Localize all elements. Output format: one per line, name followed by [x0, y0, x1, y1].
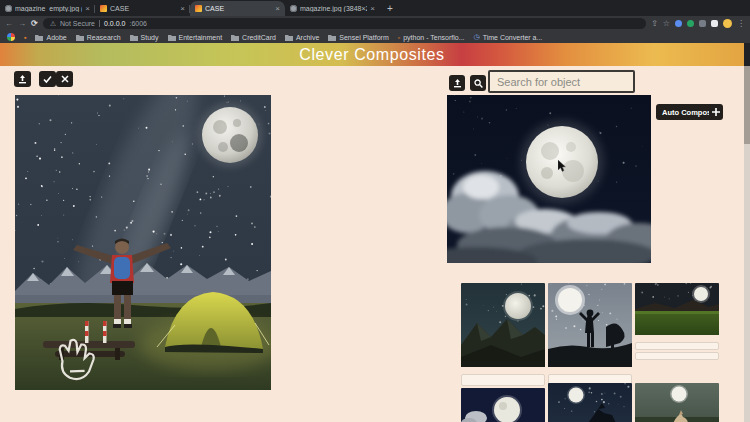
result-caption: [635, 342, 719, 350]
bookmark-time-converter[interactable]: ◷Time Converter a...: [474, 33, 543, 41]
back-button[interactable]: ←: [5, 20, 13, 28]
tab-case-active[interactable]: CASE ×: [190, 1, 285, 16]
upload-canvas-button[interactable]: [14, 71, 31, 87]
warning-icon: ⚠: [50, 20, 56, 28]
page-favicon-icon: ▫: [398, 34, 400, 41]
security-label: Not Secure: [60, 20, 95, 27]
selected-object-preview-image[interactable]: [447, 95, 651, 263]
bookmark-folder-entertainment[interactable]: Entertainment: [168, 34, 223, 41]
mouse-cursor: [558, 160, 567, 172]
app-banner: Clever Composites: [0, 43, 744, 66]
folder-icon: [130, 34, 138, 41]
result-caption: [461, 374, 545, 386]
apps-icon[interactable]: [7, 33, 15, 41]
new-tab-button[interactable]: +: [380, 1, 400, 16]
result-card[interactable]: [635, 383, 719, 422]
address-bar[interactable]: ⚠ Not Secure 0.0.0.0 :6006: [43, 18, 646, 29]
tab-close-icon[interactable]: ×: [275, 5, 280, 13]
upload-icon: [453, 79, 462, 88]
bookmark-folder-reasearch[interactable]: Reasearch: [76, 34, 121, 41]
bookmark-folder-creditcard[interactable]: CreditCard: [231, 34, 276, 41]
globe-favicon-icon: [290, 5, 297, 12]
address-host: 0.0.0.0: [104, 20, 125, 27]
result-thumbnail-moon-mountains[interactable]: [461, 283, 545, 371]
app-content: Auto Compose: [0, 66, 750, 422]
extension-icon-blue[interactable]: [675, 20, 682, 27]
address-divider: [99, 20, 100, 27]
tab-close-icon[interactable]: ×: [180, 5, 185, 13]
case-favicon-icon: [100, 5, 107, 12]
result-card[interactable]: [461, 388, 545, 422]
check-icon: [43, 75, 52, 84]
pinned-favicon-icon[interactable]: ▪: [24, 34, 26, 41]
extension-icon-white[interactable]: [711, 20, 718, 27]
folder-icon: [35, 34, 43, 41]
tab-magazine-empty[interactable]: magazine_empty.jpg (3848×2 ×: [0, 1, 95, 16]
bookmarks-bar: ▪ Adobe Reasearch Study Entertainment Cr…: [0, 31, 750, 43]
page-favicon-icon: ◷: [474, 33, 480, 41]
browser-menu-icon[interactable]: ⋮: [737, 20, 745, 28]
result-thumbnail-moon-field[interactable]: [635, 283, 719, 339]
profile-avatar[interactable]: [723, 19, 732, 28]
tab-close-icon[interactable]: ×: [85, 5, 90, 13]
extension-icon-green[interactable]: [687, 20, 694, 27]
folder-icon: [231, 34, 239, 41]
folder-icon: [76, 34, 84, 41]
result-thumbnail-dog-moon[interactable]: [635, 383, 719, 422]
bookmark-folder-sensei[interactable]: Sensei Platform: [328, 34, 388, 41]
bookmark-python-tensorflow[interactable]: ▫python - Tensorflo...: [398, 34, 465, 41]
composite-canvas-image[interactable]: [15, 95, 271, 390]
add-object-button[interactable]: [709, 104, 723, 120]
extension-puzzle-icon[interactable]: [699, 20, 706, 27]
reload-button[interactable]: ⟳: [31, 20, 38, 28]
share-icon[interactable]: ⇪: [651, 20, 658, 28]
result-caption: [635, 352, 719, 360]
tab-close-icon[interactable]: ×: [370, 5, 375, 13]
scrollbar-thumb[interactable]: [744, 66, 750, 144]
result-thumbnail-moon-cloud[interactable]: [461, 388, 545, 422]
magnifier-icon: [474, 79, 483, 88]
case-favicon-icon: [195, 5, 202, 12]
tab-case-1[interactable]: CASE ×: [95, 1, 190, 16]
result-card[interactable]: [461, 283, 545, 386]
page-title: Clever Composites: [299, 46, 444, 64]
bookmark-folder-study[interactable]: Study: [130, 34, 159, 41]
tab-title: magazine.jpg (3848×2883): [300, 5, 367, 12]
tab-magazine[interactable]: magazine.jpg (3848×2883) ×: [285, 1, 380, 16]
tab-strip: magazine_empty.jpg (3848×2 × CASE × CASE…: [0, 0, 750, 16]
x-icon: [61, 75, 69, 83]
browser-toolbar: ← → ⟳ ⚠ Not Secure 0.0.0.0 :6006 ⇪ ☆ ⋮: [0, 16, 750, 31]
tab-title: magazine_empty.jpg (3848×2: [15, 5, 82, 12]
bookmark-folder-adobe[interactable]: Adobe: [35, 34, 66, 41]
cancel-button[interactable]: [56, 71, 73, 87]
result-thumbnail-person-silhouette[interactable]: [548, 283, 632, 371]
page-scrollbar[interactable]: [744, 66, 750, 422]
folder-icon: [285, 34, 293, 41]
folder-icon: [168, 34, 176, 41]
search-input[interactable]: [488, 70, 635, 93]
confirm-button[interactable]: [39, 71, 56, 87]
plus-icon: [712, 108, 720, 116]
forward-button[interactable]: →: [18, 20, 26, 28]
globe-favicon-icon: [5, 5, 12, 12]
bookmark-folder-archive[interactable]: Archive: [285, 34, 319, 41]
upload-object-button[interactable]: [449, 75, 465, 91]
tab-title: CASE: [205, 5, 272, 12]
result-card[interactable]: [548, 383, 632, 422]
folder-icon: [328, 34, 336, 41]
result-card[interactable]: [635, 283, 719, 360]
tab-title: CASE: [110, 5, 177, 12]
search-button[interactable]: [470, 75, 486, 91]
result-card[interactable]: [548, 283, 632, 386]
bookmark-star-icon[interactable]: ☆: [663, 20, 670, 28]
address-port: :6006: [129, 20, 147, 27]
result-thumbnail-werewolf[interactable]: [548, 383, 632, 422]
upload-icon: [18, 75, 27, 84]
